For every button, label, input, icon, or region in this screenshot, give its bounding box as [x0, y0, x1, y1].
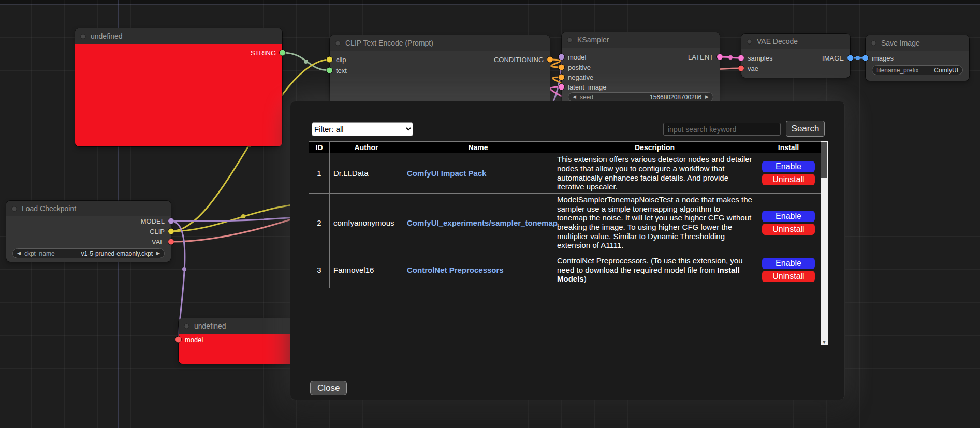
output-label: STRING — [251, 49, 276, 57]
extension-link[interactable]: ComfyUI_experiments/sampler_tonemap — [407, 218, 558, 227]
enable-button[interactable]: Enable — [762, 161, 815, 172]
output-slot-latent: LATENT — [688, 53, 723, 61]
input-label: vae — [748, 65, 758, 72]
enable-button[interactable]: Enable — [762, 211, 815, 222]
input-label: model — [185, 336, 203, 344]
filter-dropdown[interactable]: Filter: all — [312, 122, 413, 136]
header-author: Author — [330, 142, 403, 153]
node-save-image[interactable]: Save Image images filename_prefix ComfyU… — [866, 35, 969, 81]
input-dot-model[interactable] — [175, 337, 181, 343]
scrollbar-thumb[interactable] — [821, 142, 827, 178]
input-label: text — [336, 67, 347, 75]
input-dot-positive[interactable] — [559, 65, 564, 70]
cell-description: This extension offers various detector n… — [553, 153, 756, 194]
close-button[interactable]: Close — [310, 381, 347, 395]
widget-label: filename_prefix — [876, 67, 918, 74]
cell-description: ModelSamplerTonemapNoiseTest a node that… — [553, 194, 756, 252]
output-dot-latent[interactable] — [717, 54, 723, 60]
node-title: Save Image — [881, 39, 920, 47]
output-slot-string: STRING — [251, 49, 285, 57]
search-input[interactable] — [663, 123, 781, 136]
widget-value: 156680208700286 — [650, 94, 701, 101]
decrement-arrow-icon[interactable]: ◀ — [573, 95, 576, 99]
output-slot-conditioning: CONDITIONING — [494, 56, 553, 64]
grid-origin-horizontal-line — [0, 4, 980, 5]
collapse-dot-icon[interactable] — [747, 39, 752, 45]
decrement-arrow-icon[interactable]: ◀ — [17, 251, 21, 256]
description-text: This extension offers various detector n… — [557, 155, 752, 191]
output-slot-vae: VAE — [152, 238, 174, 246]
node-title-bar[interactable]: VAE Decode — [741, 34, 850, 49]
increment-arrow-icon[interactable]: ▶ — [156, 251, 160, 256]
output-dot-clip[interactable] — [168, 229, 174, 234]
input-label: samples — [748, 54, 772, 62]
ckpt-name-widget[interactable]: ◀ ckpt_name v1-5-pruned-emaonly.ckpt ▶ — [12, 248, 165, 258]
node-title: undefined — [91, 32, 123, 40]
description-text: ) — [584, 274, 587, 283]
output-dot-vae[interactable] — [168, 239, 174, 245]
output-label: LATENT — [688, 53, 713, 61]
output-slot-image: IMAGE — [822, 54, 853, 62]
cell-id: 2 — [309, 194, 330, 252]
input-dot-images[interactable] — [862, 55, 868, 61]
node-vae-decode[interactable]: VAE Decode samples vae IMAGE — [741, 34, 850, 78]
cell-install: Enable Uninstall — [756, 252, 821, 288]
input-dot-model[interactable] — [559, 54, 564, 60]
widget-label: ckpt_name — [24, 250, 55, 257]
output-dot-conditioning[interactable] — [547, 57, 553, 63]
output-label: CONDITIONING — [494, 56, 544, 64]
collapse-dot-icon[interactable] — [871, 40, 876, 46]
collapse-dot-icon[interactable] — [80, 34, 86, 39]
filename-prefix-widget[interactable]: filename_prefix ComfyUI — [872, 65, 963, 75]
output-slot-model: MODEL — [141, 217, 174, 225]
search-button[interactable]: Search — [786, 121, 825, 137]
node-title-bar[interactable]: Load Checkpoint — [6, 201, 171, 216]
node-load-checkpoint[interactable]: Load Checkpoint MODEL CLIP VAE ◀ ckpt_na… — [6, 201, 171, 262]
input-dot-vae[interactable] — [738, 66, 744, 71]
node-graph-canvas[interactable]: undefined STRING CLIP Text Encode (Promp… — [0, 0, 980, 428]
input-dot-negative[interactable] — [559, 75, 564, 80]
table-row: 2 comfyanonymous ComfyUI_experiments/sam… — [309, 194, 821, 252]
node-title-bar[interactable]: undefined — [75, 28, 282, 44]
node-body — [741, 49, 850, 78]
widget-value: v1-5-pruned-emaonly.ckpt — [81, 250, 153, 257]
table-row: 3 Fannovel16 ControlNet Preprocessors Co… — [309, 252, 821, 288]
output-dot-string[interactable] — [280, 50, 285, 56]
cell-author: comfyanonymous — [330, 194, 403, 252]
node-title-bar[interactable]: CLIP Text Encode (Prompt) — [330, 35, 550, 51]
collapse-dot-icon[interactable] — [184, 323, 189, 329]
extension-link[interactable]: ControlNet Preprocessors — [407, 265, 504, 274]
input-label: images — [872, 54, 894, 62]
cell-install: Enable Uninstall — [756, 153, 821, 194]
input-dot-clip[interactable] — [327, 57, 332, 63]
uninstall-button[interactable]: Uninstall — [762, 271, 815, 282]
collapse-dot-icon[interactable] — [567, 37, 573, 43]
link-midpoint-dot — [304, 60, 308, 64]
table-scrollbar[interactable]: ▼ — [821, 141, 828, 345]
node-undefined-string[interactable]: undefined STRING — [75, 28, 282, 146]
header-name: Name — [403, 142, 553, 153]
enable-button[interactable]: Enable — [762, 258, 815, 269]
description-text: ModelSamplerTonemapNoiseTest a node that… — [557, 195, 752, 249]
uninstall-button[interactable]: Uninstall — [762, 224, 815, 235]
node-title-bar[interactable]: KSampler — [562, 32, 720, 48]
extensions-table: ID Author Name Description Install 1 Dr.… — [309, 141, 821, 288]
output-dot-image[interactable] — [847, 55, 853, 61]
collapse-dot-icon[interactable] — [11, 206, 17, 212]
widget-value: ComfyUI — [934, 67, 958, 74]
node-title-bar[interactable]: Save Image — [866, 35, 969, 51]
header-id: ID — [309, 142, 330, 153]
input-dot-text[interactable] — [327, 68, 332, 73]
output-dot-model[interactable] — [168, 218, 174, 224]
scroll-down-arrow-icon[interactable]: ▼ — [821, 340, 828, 345]
input-dot-samples[interactable] — [738, 55, 744, 61]
table-header-row: ID Author Name Description Install — [309, 142, 821, 153]
input-slot-vae: vae — [738, 65, 758, 72]
collapse-dot-icon[interactable] — [335, 40, 341, 46]
extension-link[interactable]: ComfyUI Impact Pack — [407, 169, 486, 178]
input-dot-latent-image[interactable] — [559, 84, 564, 90]
uninstall-button[interactable]: Uninstall — [762, 174, 815, 185]
output-slot-clip: CLIP — [150, 228, 174, 235]
extensions-table-container: ID Author Name Description Install 1 Dr.… — [309, 141, 828, 345]
increment-arrow-icon[interactable]: ▶ — [705, 95, 709, 99]
